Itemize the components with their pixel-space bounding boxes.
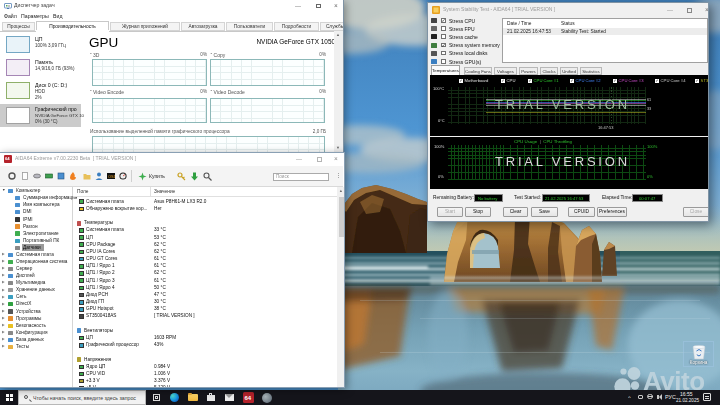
svg-text:OSD: OSD (108, 174, 115, 179)
